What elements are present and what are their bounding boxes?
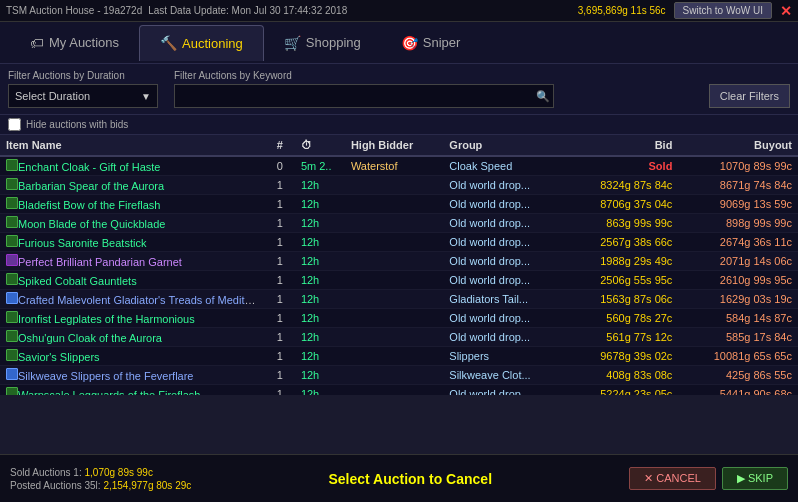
item-group: Old world drop... — [443, 252, 567, 271]
col-header-bid[interactable]: Bid — [567, 135, 678, 156]
table-row[interactable]: Oshu'gun Cloak of the Aurora112hOld worl… — [0, 328, 798, 347]
item-name-text: Enchant Cloak - Gift of Haste — [18, 161, 160, 173]
table-row[interactable]: Warpscale Legguards of the Fireflash112h… — [0, 385, 798, 396]
item-bidder — [345, 366, 443, 385]
switch-to-wow-btn[interactable]: Switch to WoW UI — [674, 2, 772, 19]
table-row[interactable]: Moon Blade of the Quickblade112hOld worl… — [0, 214, 798, 233]
tab-auctioning[interactable]: 🔨 Auctioning — [139, 25, 264, 61]
col-header-time[interactable]: ⏱ — [295, 135, 345, 156]
col-header-num[interactable]: # — [265, 135, 295, 156]
duration-filter-label: Filter Auctions by Duration — [8, 70, 158, 81]
item-count: 1 — [265, 290, 295, 309]
item-bid: 5224g 23s 05c — [567, 385, 678, 396]
item-bid: 8706g 37s 04c — [567, 195, 678, 214]
item-bidder — [345, 252, 443, 271]
item-buyout: 1629g 03s 19c — [678, 290, 798, 309]
tab-sniper[interactable]: 🎯 Sniper — [381, 25, 481, 61]
item-name-text: Warpscale Legguards of the Fireflash — [18, 389, 200, 395]
cancel-button[interactable]: ✕ CANCEL — [629, 467, 716, 490]
item-buyout: 898g 99s 99c — [678, 214, 798, 233]
item-icon — [6, 292, 18, 304]
item-buyout: 5441g 90s 68c — [678, 385, 798, 396]
keyword-input[interactable] — [174, 84, 554, 108]
table-row[interactable]: Silkweave Slippers of the Feverflare112h… — [0, 366, 798, 385]
item-count: 1 — [265, 366, 295, 385]
close-btn[interactable]: ✕ — [780, 3, 792, 19]
auction-table: Item Name # ⏱ High Bidder Group Bid Buyo… — [0, 135, 798, 395]
item-time: 12h — [295, 366, 345, 385]
table-row[interactable]: Crafted Malevolent Gladiator's Treads of… — [0, 290, 798, 309]
table-row[interactable]: Furious Saronite Beatstick112hOld world … — [0, 233, 798, 252]
item-name-cell: Ironfist Legplates of the Harmonious — [0, 309, 265, 328]
table-header-row: Item Name # ⏱ High Bidder Group Bid Buyo… — [0, 135, 798, 156]
select-auction-text: Select Auction to Cancel — [191, 471, 629, 487]
sold-value: 1,070g 89s 99c — [85, 467, 153, 478]
item-name-text: Oshu'gun Cloak of the Aurora — [18, 332, 162, 344]
item-icon — [6, 178, 18, 190]
posted-label: Posted Auctions 35l: — [10, 480, 101, 491]
item-count: 0 — [265, 156, 295, 176]
item-group: Old world drop... — [443, 271, 567, 290]
clear-filters-btn[interactable]: Clear Filters — [709, 84, 790, 108]
item-count: 1 — [265, 347, 295, 366]
table-row[interactable]: Perfect Brilliant Pandarian Garnet112hOl… — [0, 252, 798, 271]
item-count: 1 — [265, 271, 295, 290]
item-name-cell: Furious Saronite Beatstick — [0, 233, 265, 252]
item-time: 12h — [295, 347, 345, 366]
item-bid: 2506g 55s 95c — [567, 271, 678, 290]
item-bidder — [345, 233, 443, 252]
item-group: Old world drop... — [443, 385, 567, 396]
duration-select[interactable]: Select Duration ▼ — [8, 84, 158, 108]
item-group: Cloak Speed — [443, 156, 567, 176]
item-bid: 560g 78s 27c — [567, 309, 678, 328]
item-time: 12h — [295, 233, 345, 252]
item-buyout: 2674g 36s 11c — [678, 233, 798, 252]
sold-badge: Sold — [649, 160, 673, 172]
col-header-item-name[interactable]: Item Name — [0, 135, 265, 156]
item-name-text: Savior's Slippers — [18, 351, 100, 363]
item-bid: 561g 77s 12c — [567, 328, 678, 347]
item-time: 5m 2.. — [295, 156, 345, 176]
item-icon — [6, 254, 18, 266]
table-row[interactable]: Spiked Cobalt Gauntlets112hOld world dro… — [0, 271, 798, 290]
keyword-filter-group: Filter Auctions by Keyword 🔍 — [174, 70, 554, 108]
item-name-cell: Savior's Slippers — [0, 347, 265, 366]
item-group: Old world drop... — [443, 176, 567, 195]
tab-my-auctions[interactable]: 🏷 My Auctions — [10, 25, 139, 61]
item-name-cell: Enchant Cloak - Gift of Haste — [0, 156, 265, 176]
item-buyout: 425g 86s 55c — [678, 366, 798, 385]
item-bidder — [345, 214, 443, 233]
item-icon — [6, 330, 18, 342]
item-time: 12h — [295, 290, 345, 309]
item-time: 12h — [295, 385, 345, 396]
item-buyout: 8671g 74s 84c — [678, 176, 798, 195]
item-bid: 1988g 29s 49c — [567, 252, 678, 271]
item-icon — [6, 235, 18, 247]
table-row[interactable]: Bladefist Bow of the Fireflash112hOld wo… — [0, 195, 798, 214]
item-time: 12h — [295, 328, 345, 347]
col-header-buyout[interactable]: Buyout — [678, 135, 798, 156]
chevron-down-icon: ▼ — [141, 91, 151, 102]
item-bidder — [345, 195, 443, 214]
item-group: Old world drop... — [443, 328, 567, 347]
item-bid: 8324g 87s 84c — [567, 176, 678, 195]
hide-bids-checkbox[interactable] — [8, 118, 21, 131]
tab-shopping[interactable]: 🛒 Shopping — [264, 25, 381, 61]
title-bar-left: TSM Auction House - 19a272d Last Data Up… — [6, 5, 347, 16]
skip-button[interactable]: ▶ SKIP — [722, 467, 788, 490]
table-row[interactable]: Savior's Slippers112hSlippers9678g 39s 0… — [0, 347, 798, 366]
item-name-cell: Barbarian Spear of the Aurora — [0, 176, 265, 195]
item-icon — [6, 311, 18, 323]
col-header-group[interactable]: Group — [443, 135, 567, 156]
table-row[interactable]: Ironfist Legplates of the Harmonious112h… — [0, 309, 798, 328]
table-row[interactable]: Enchant Cloak - Gift of Haste05m 2..Wate… — [0, 156, 798, 176]
col-header-bidder[interactable]: High Bidder — [345, 135, 443, 156]
item-name-cell: Crafted Malevolent Gladiator's Treads of… — [0, 290, 265, 309]
item-count: 1 — [265, 176, 295, 195]
duration-value: Select Duration — [15, 90, 90, 102]
search-icon[interactable]: 🔍 — [536, 90, 550, 103]
item-bid: Sold — [567, 156, 678, 176]
item-time: 12h — [295, 271, 345, 290]
item-icon — [6, 159, 18, 171]
table-row[interactable]: Barbarian Spear of the Aurora112hOld wor… — [0, 176, 798, 195]
